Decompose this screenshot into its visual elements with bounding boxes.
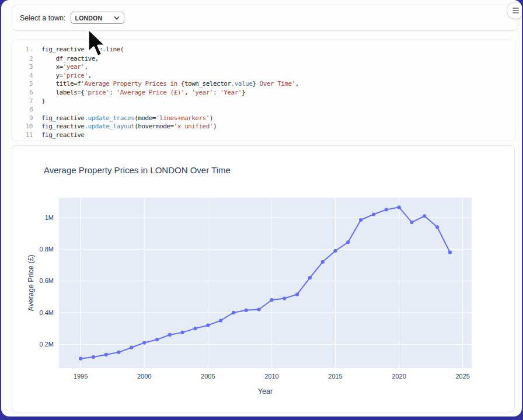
data-point-marker: [232, 311, 235, 314]
x-tick-label: 2020: [392, 373, 406, 380]
code-text: fig_reactive.update_layout(hovermode='x …: [36, 123, 217, 131]
code-editor[interactable]: 1⌄fig_reactive = px.line(2 df_reactive,3…: [12, 40, 515, 141]
code-line: 7): [12, 97, 515, 106]
data-point-marker: [168, 333, 172, 337]
line-number: 1⌄: [12, 46, 36, 55]
code-text: fig_reactive.update_traces(mode='lines+m…: [36, 114, 213, 123]
y-tick-label: 0.8M: [40, 246, 54, 253]
code-text: fig_reactive: [36, 131, 84, 140]
town-selector-panel: Select a town: LONDON: [12, 5, 518, 31]
code-text: [36, 106, 41, 114]
line-number: 4: [12, 72, 36, 80]
data-point-marker: [79, 357, 82, 360]
line-number: 6: [12, 89, 36, 97]
line-number: 3: [12, 63, 36, 72]
data-point-marker: [448, 251, 452, 254]
line-number: 9: [12, 114, 36, 123]
hamburger-icon: [512, 8, 519, 9]
chart-output-panel: Average Property Prices in LONDON Over T…: [12, 145, 515, 412]
code-line: 8: [12, 106, 515, 114]
line-number: 2: [12, 55, 36, 64]
y-axis-title: Average Price (£): [27, 254, 35, 311]
data-point-marker: [181, 331, 184, 334]
town-select-value: LONDON: [75, 15, 114, 22]
code-line: 1⌄fig_reactive = px.line(: [12, 46, 515, 55]
code-text: fig_reactive = px.line(: [36, 46, 124, 55]
data-point-marker: [372, 212, 375, 216]
data-point-marker: [117, 351, 120, 354]
code-text: title=f'Average Property Prices in {town…: [36, 80, 299, 89]
x-tick-label: 2000: [137, 373, 151, 380]
code-line: 10fig_reactive.update_layout(hovermode='…: [12, 123, 515, 131]
chevron-down-icon: [114, 15, 120, 21]
data-point-marker: [308, 276, 312, 279]
code-line: 9fig_reactive.update_traces(mode='lines+…: [12, 114, 515, 123]
data-point-marker: [321, 260, 325, 264]
code-line: 5 title=f'Average Property Prices in {to…: [12, 80, 515, 89]
data-point-marker: [92, 355, 95, 359]
x-tick-label: 2025: [455, 373, 469, 380]
data-point-marker: [155, 338, 159, 341]
data-point-marker: [142, 341, 146, 344]
data-point-marker: [423, 214, 426, 218]
data-point-marker: [104, 353, 108, 356]
code-line: 6 labels={'price': 'Average Price (£)', …: [12, 89, 515, 97]
line-number: 5: [12, 80, 36, 89]
x-tick-label: 2010: [264, 373, 278, 380]
y-tick-label: 0.4M: [40, 309, 54, 316]
data-point-marker: [270, 298, 273, 302]
data-point-marker: [283, 296, 286, 300]
data-point-marker: [410, 220, 413, 224]
x-axis-title: Year: [258, 387, 273, 396]
town-selector-label: Select a town:: [20, 14, 66, 22]
data-point-marker: [398, 205, 401, 209]
data-point-marker: [130, 346, 133, 349]
data-point-marker: [385, 208, 388, 211]
data-point-marker: [206, 324, 210, 327]
code-text: y='price',: [36, 72, 92, 80]
data-point-marker: [245, 309, 248, 312]
line-number: 8: [12, 106, 36, 114]
plot-area: [59, 198, 472, 368]
plotly-chart[interactable]: 19952000200520102015202020250.2M0.4M0.6M…: [12, 146, 514, 412]
code-line: 4 y='price',: [12, 72, 515, 80]
code-text: ): [36, 97, 45, 106]
data-point-marker: [333, 249, 337, 253]
line-number: 7: [12, 97, 36, 106]
line-number: 11: [12, 131, 36, 140]
y-tick-label: 1M: [45, 214, 54, 221]
code-text: labels={'price': 'Average Price (£)', 'y…: [36, 89, 245, 97]
fold-arrow-icon[interactable]: ⌄: [29, 47, 33, 52]
code-text: x='year',: [36, 63, 88, 72]
data-point-marker: [219, 318, 222, 322]
x-tick-label: 2015: [328, 373, 342, 380]
data-point-marker: [193, 327, 197, 330]
y-tick-label: 0.2M: [40, 341, 54, 348]
data-point-marker: [295, 293, 299, 296]
x-tick-label: 2005: [201, 373, 215, 380]
town-select[interactable]: LONDON: [71, 12, 124, 24]
code-line: 3 x='year',: [12, 63, 515, 72]
data-point-marker: [359, 218, 362, 222]
data-point-marker: [346, 240, 350, 244]
data-point-marker: [435, 225, 439, 229]
code-text: df_reactive,: [36, 55, 99, 64]
line-number: 10: [12, 123, 36, 131]
y-tick-label: 0.6M: [40, 277, 54, 284]
x-tick-label: 1995: [74, 373, 88, 380]
data-point-marker: [257, 307, 260, 311]
app-page: Select a town: LONDON 1⌄fig_reactive = p…: [1, 0, 522, 416]
code-line: 2 df_reactive,: [12, 55, 515, 64]
menu-button[interactable]: [507, 2, 522, 19]
code-line: 11fig_reactive: [12, 131, 515, 140]
